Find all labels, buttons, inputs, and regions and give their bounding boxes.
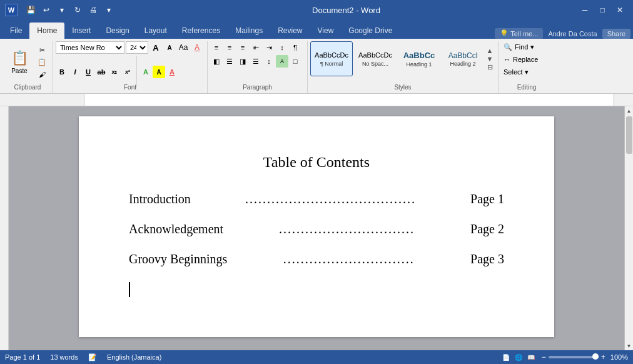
undo-quick-btn[interactable]: ↩ xyxy=(39,3,53,17)
language[interactable]: English (Jamaica) xyxy=(107,353,161,361)
zoom-slider[interactable] xyxy=(549,356,599,358)
increase-indent-button[interactable]: ⇥ xyxy=(263,41,275,54)
tab-mailings[interactable]: Mailings xyxy=(228,23,270,39)
style-heading2-label: Heading 2 xyxy=(450,61,475,67)
scrollbar-up-arrow[interactable]: ▲ xyxy=(625,106,634,115)
title-bar: W 💾 ↩ ▾ ↻ 🖨 ▾ Document2 - Word ─ □ ✕ xyxy=(0,0,633,20)
align-center-button[interactable]: ☰ xyxy=(223,55,236,68)
print-layout-btn[interactable]: 📄 xyxy=(500,352,512,362)
find-button[interactable]: 🔍 Find ▾ xyxy=(501,41,551,53)
tab-insert[interactable]: Insert xyxy=(64,23,98,39)
tab-view[interactable]: View xyxy=(310,23,342,39)
scrollbar-thumb[interactable] xyxy=(626,116,632,154)
proofing-icon[interactable]: 📝 xyxy=(88,353,97,361)
align-right-button[interactable]: ◨ xyxy=(236,55,249,68)
redo-quick-btn[interactable]: ↻ xyxy=(71,3,84,17)
styles-group-label[interactable]: Styles xyxy=(308,84,498,91)
highlight-button[interactable]: A xyxy=(153,66,165,78)
styles-down-arrow[interactable]: ▼ xyxy=(485,56,494,63)
share-button[interactable]: Share xyxy=(602,29,630,39)
subscript-button[interactable]: x₂ xyxy=(108,66,121,78)
format-painter-button[interactable]: 🖌 xyxy=(35,69,49,80)
tab-design[interactable]: Design xyxy=(98,23,136,39)
style-no-spacing[interactable]: AaBbCcDc No Spac... xyxy=(354,41,397,76)
font-sep xyxy=(136,56,137,88)
multilevel-button[interactable]: ≡ xyxy=(236,41,249,54)
justify-button[interactable]: ☰ xyxy=(250,55,262,68)
style-normal-preview: AaBbCcDc xyxy=(315,51,348,60)
tab-layout[interactable]: Layout xyxy=(137,23,175,39)
bold-button[interactable]: B xyxy=(56,66,68,78)
tab-home[interactable]: Home xyxy=(29,23,64,39)
zoom-in-btn[interactable]: + xyxy=(601,353,605,361)
tab-review[interactable]: Review xyxy=(270,23,310,39)
toc-entry-groovy-text: Groovy Beginnings xyxy=(129,250,227,268)
editing-content: 🔍 Find ▾ ↔ Replace Select ▾ xyxy=(501,41,551,88)
document-scroll-area[interactable]: Table of Contents Introduction .........… xyxy=(9,106,624,350)
styles-scroll-arrows[interactable]: ▲ ▼ ⊟ xyxy=(485,48,494,71)
print-quick-btn[interactable]: 🖨 xyxy=(86,3,100,17)
font-size-select[interactable]: 24 xyxy=(126,41,148,54)
ribbon-tab-bar: File Home Insert Design Layout Reference… xyxy=(0,20,633,39)
find-dropdown[interactable]: ▾ xyxy=(530,43,534,51)
paragraph-group-label[interactable]: Paragraph xyxy=(208,84,307,91)
paste-button[interactable]: 📋 Paste xyxy=(5,45,34,80)
font-grow-button[interactable]: A xyxy=(149,41,162,54)
replace-button[interactable]: ↔ Replace xyxy=(501,54,551,65)
align-left-button[interactable]: ◧ xyxy=(210,55,223,68)
numbering-button[interactable]: ≡ xyxy=(223,41,236,54)
show-marks-button[interactable]: ¶ xyxy=(289,41,301,54)
styles-up-arrow[interactable]: ▲ xyxy=(485,48,494,54)
copy-button[interactable]: 📋 xyxy=(35,57,49,68)
web-layout-btn[interactable]: 🌐 xyxy=(513,352,524,362)
page-title: Table of Contents xyxy=(129,154,504,171)
quick-access-toolbar: 💾 ↩ ▾ ↻ 🖨 ▾ xyxy=(24,3,116,17)
bullets-button[interactable]: ≡ xyxy=(210,41,223,54)
tell-me-box[interactable]: 💡 Tell me... xyxy=(495,28,543,39)
style-normal[interactable]: AaBbCcDc ¶ Normal xyxy=(310,41,353,76)
style-heading1[interactable]: AaBbCc Heading 1 xyxy=(398,41,440,76)
shading-button[interactable]: A xyxy=(276,55,288,68)
vertical-scrollbar[interactable]: ▲ ▼ xyxy=(624,106,633,350)
zoom-level[interactable]: 100% xyxy=(610,353,628,361)
italic-button[interactable]: I xyxy=(69,66,81,78)
decrease-indent-button[interactable]: ⇤ xyxy=(250,41,262,54)
font-color-button[interactable]: A xyxy=(166,66,178,78)
tab-google-drive[interactable]: Google Drive xyxy=(341,23,400,39)
sort-button[interactable]: ↕ xyxy=(276,41,288,54)
page-info: Page 1 of 1 xyxy=(5,353,40,361)
strikethrough-button[interactable]: ab xyxy=(95,66,108,78)
clear-format-button[interactable]: A xyxy=(191,41,203,54)
zoom-out-btn[interactable]: − xyxy=(542,353,546,361)
text-effects-button[interactable]: A xyxy=(139,66,152,78)
styles-expand-arrow[interactable]: ⊟ xyxy=(485,64,494,71)
restore-button[interactable]: □ xyxy=(594,3,610,17)
borders-button[interactable]: □ xyxy=(289,55,301,68)
clipboard-group-label[interactable]: Clipboard xyxy=(3,84,53,91)
ruler-inner xyxy=(9,94,633,106)
minimize-button[interactable]: ─ xyxy=(577,3,593,17)
font-group-label[interactable]: Font xyxy=(53,84,207,91)
cut-button[interactable]: ✂ xyxy=(35,45,49,56)
read-mode-btn[interactable]: 📖 xyxy=(525,352,537,362)
underline-button[interactable]: U xyxy=(82,66,94,78)
font-shrink-button[interactable]: A xyxy=(163,41,176,54)
tab-file[interactable]: File xyxy=(3,23,29,39)
save-quick-btn[interactable]: 💾 xyxy=(24,3,38,17)
toc-entry-introduction-page: Page 1 xyxy=(470,190,504,208)
editing-group-label[interactable]: Editing xyxy=(499,84,555,91)
line-spacing-button[interactable]: ↕ xyxy=(263,55,275,68)
formatting-row: B I U ab x₂ x² A A A xyxy=(56,56,178,88)
scrollbar-down-arrow[interactable]: ▼ xyxy=(625,341,634,350)
style-heading2[interactable]: AaBbCcl Heading 2 xyxy=(442,41,484,76)
tab-references[interactable]: References xyxy=(175,23,228,39)
replace-label: Replace xyxy=(513,56,538,63)
superscript-button[interactable]: x² xyxy=(121,66,134,78)
toc-entry-groovy: Groovy Beginnings ......................… xyxy=(129,250,504,268)
font-name-select[interactable]: Times New Ro xyxy=(56,41,124,54)
change-case-button[interactable]: Aa xyxy=(177,41,190,54)
select-button[interactable]: Select ▾ xyxy=(501,66,551,78)
close-button[interactable]: ✕ xyxy=(612,3,628,17)
undo-dropdown-btn[interactable]: ▾ xyxy=(55,3,69,17)
customize-quick-btn[interactable]: ▾ xyxy=(102,3,116,17)
